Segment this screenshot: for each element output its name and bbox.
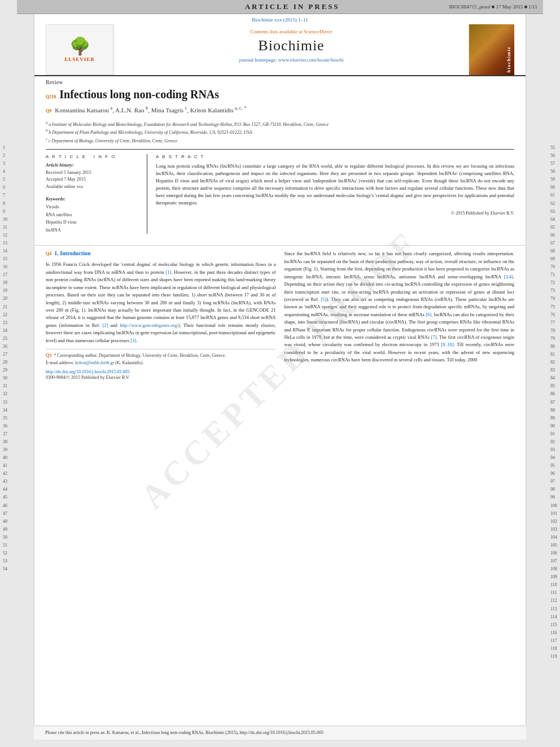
body-col-right-text: Since the lncRNA field is relatively new… [285,250,515,364]
left-line-numbers: 12345 678910 1112131415 1617181920 21222… [3,144,7,573]
bottom-citation-bar: Please cite this article in press as: K.… [34,726,526,740]
authors-list: Konstantina Katsarou a, A.L.N. Rao b, Mi… [55,106,246,113]
elsevier-logo-box: 🌳 ELSEVIER [46,24,113,75]
body-col-left: Q4 1. Introduction In 1956 Francis Crick… [46,250,276,381]
right-line-numbers: 5556575859 6061626364 6566676869 7071727… [550,144,557,661]
top-bar: ARTICLE IN PRESS BIOCHI4715_proof ■ 17 M… [17,0,543,14]
article-info-header: A R T I C L E I N F O [46,154,141,159]
citation-line: Biochimie xxx (2015) 1–11 [34,14,526,24]
q-marker-1: Q210 [46,94,56,99]
affiliations: a a Institute of Molecular Biology and B… [46,120,514,145]
keywords-label: Keywords: [46,196,141,202]
q-marker-3: Q3 [46,353,51,358]
email-link[interactable]: kriton@imbb.forth.gr [75,360,114,365]
sciencedirect-line: Contents lists available at ScienceDirec… [120,29,463,34]
q-marker-4: Q4 [46,251,51,256]
keywords-section: Keywords: Viroids RNA satellites Hepatit… [46,196,141,234]
issn-line: 0300-9084/© 2015 Published by Elsevier B… [46,374,276,382]
article-info-abstract-section: A R T I C L E I N F O Article history: R… [46,149,514,234]
accepted-date: Accepted 7 May 2015 [46,176,141,184]
journal-center: Contents lists available at ScienceDirec… [113,24,469,75]
abstract-header: A B S T R A C T [156,154,514,159]
email-footnote: E-mail address: kriton@imbb.forth.gr (K.… [46,360,276,367]
elsevier-brand-text: ELSEVIER [64,56,95,62]
review-label: Review [46,79,514,85]
received-date: Received 5 January 2015 [46,169,141,177]
biochimie-logo-box: biochimie [469,24,514,75]
body-col-left-text: In 1956 Francis Crick developed the 'cen… [46,261,276,344]
q-marker-2: Q9 [46,108,51,113]
page-content: ACCEPTED PROOF Biochimie xxx (2015) 1–11… [34,14,526,726]
history-label: Article history: [46,163,141,168]
biochimie-vertical-label: biochimie [506,46,511,73]
keyword-rna-satellites: RNA satellites [46,211,141,219]
affiliation-b: b b Department of Plant Pathology and Mi… [46,128,514,136]
article-in-press-label: ARTICLE IN PRESS [135,2,449,11]
article-title: Infectious long non-coding RNAs [59,88,219,101]
body-two-col: Q4 1. Introduction In 1956 Francis Crick… [46,250,514,381]
affiliation-c: c c Department of Biology, University of… [46,136,514,145]
footnotes: Q3 * Corresponding author. Department of… [46,349,276,381]
article-info-column: A R T I C L E I N F O Article history: R… [46,154,147,234]
sciencedirect-link-text[interactable]: ScienceDirect [304,29,332,34]
journal-homepage-url[interactable]: www.elsevier.com/locate/biochi [278,57,343,63]
article-content: Review Q210 Infectious long non-coding R… [34,76,526,239]
keyword-viroids: Viroids [46,203,141,211]
affiliation-a: a a Institute of Molecular Biology and B… [46,120,514,128]
keyword-lncrna: lncRNA [46,226,141,234]
corresponding-footnote: Q3 * Corresponding author. Department of… [46,352,276,360]
keyword-hepatitis: Hepatitis D virus [46,219,141,226]
journal-homepage-line: journal homepage: www.elsevier.com/locat… [120,57,463,63]
body-col-right: Since the lncRNA field is relatively new… [285,250,515,381]
bottom-citation-text: Please cite this article in press as: K.… [45,730,323,735]
copyright-line: © 2015 Published by Elsevier B.V. [156,211,514,216]
elsevier-tree-icon: 🌳 [64,38,95,55]
available-date: Available online xxx [46,184,141,191]
doi-line[interactable]: http://dx.doi.org/10.1016/j.biochi.2015.… [46,369,276,374]
abstract-column: A B S T R A C T Long non protein coding … [156,154,514,234]
proof-info: BIOCHI4715_proof ■ 17 May 2015 ■ 1/11 [449,4,537,10]
abstract-text: Long non protein coding RNAs (lncRNAs) c… [156,163,514,207]
body-area: Q4 1. Introduction In 1956 Francis Crick… [34,245,526,381]
section-1-heading: 1. Introduction [54,250,90,256]
journal-title: Biochimie [120,37,463,54]
journal-header: 🌳 ELSEVIER Contents lists available at S… [34,24,526,76]
